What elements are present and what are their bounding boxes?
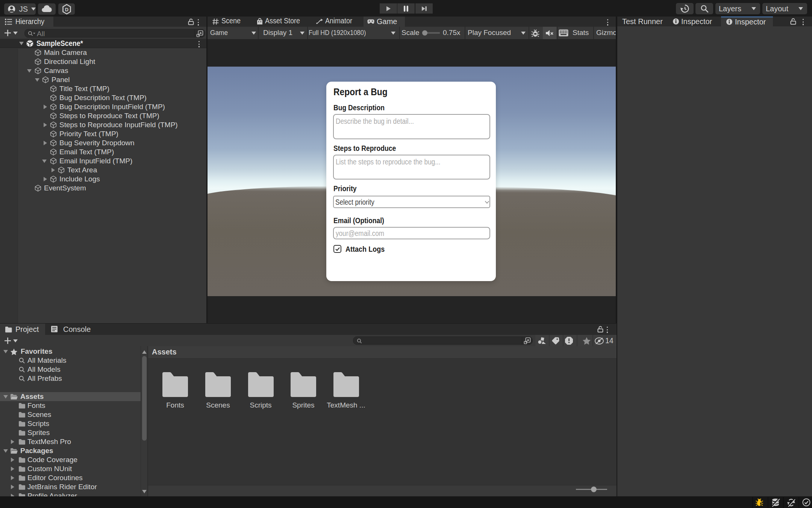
svg-text:D: D	[65, 7, 68, 12]
